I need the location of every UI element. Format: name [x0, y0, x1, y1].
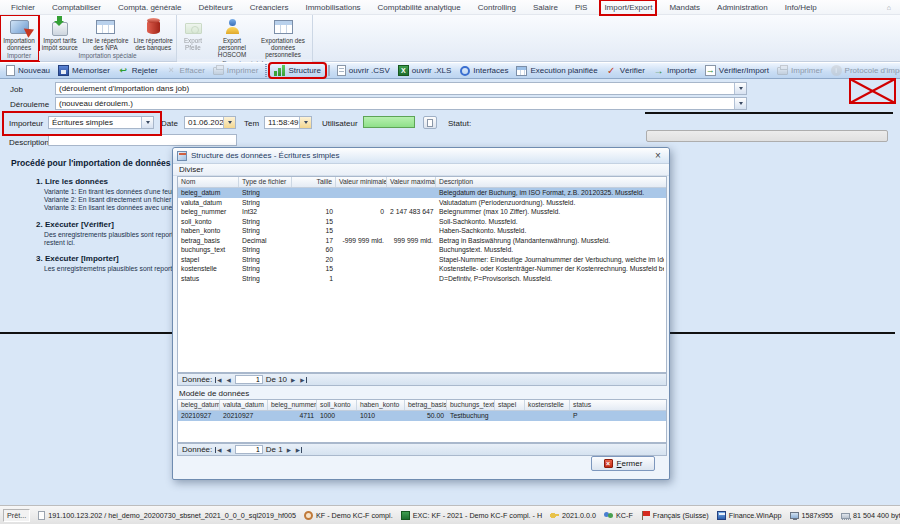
- column-header[interactable]: status: [570, 400, 597, 410]
- next-page-icon[interactable]: ▶: [286, 447, 292, 453]
- effacer-button[interactable]: ×Effacer: [162, 64, 209, 77]
- structure-button[interactable]: Structure: [270, 64, 324, 77]
- time-picker[interactable]: 11:58:49: [264, 116, 312, 129]
- menu-info-help[interactable]: Info/Help: [783, 2, 819, 13]
- menu-salaire[interactable]: Salaire: [531, 2, 560, 13]
- cell-valeur-maximale: 2 147 483 647: [387, 207, 436, 217]
- column-header[interactable]: Valeur maximale: [387, 177, 436, 187]
- import-tarifs-button[interactable]: Import tarifs impôt source: [39, 16, 81, 51]
- export-personnel-hoscom-button[interactable]: Export personnel HOSCOM: [209, 16, 255, 59]
- chevron-down-icon[interactable]: [299, 117, 311, 128]
- export-pfeile-button[interactable]: Export Pfeile: [177, 16, 209, 59]
- annotation-crossed-box: [849, 78, 896, 104]
- menu-import-export[interactable]: Import/Export: [602, 2, 654, 13]
- column-header[interactable]: Valeur minimale: [336, 177, 387, 187]
- execution-planifiee-button[interactable]: Execution planifiée: [512, 64, 601, 77]
- column-header[interactable]: betrag_basis: [405, 400, 447, 410]
- table-row[interactable]: 20210927 20210927 4711 1000 1010 50.00 T…: [178, 411, 666, 421]
- table-row[interactable]: valuta_datum String Valutadatum (Periode…: [178, 198, 666, 208]
- verifier-button[interactable]: ✓Vérifier: [602, 64, 649, 77]
- last-page-icon[interactable]: ▶: [295, 447, 302, 453]
- column-header[interactable]: beleg_nummer: [268, 400, 317, 410]
- table-row[interactable]: beleg_datum String Belegdatum der Buchun…: [178, 188, 666, 198]
- last-page-icon[interactable]: ▶: [299, 377, 306, 383]
- chevron-down-icon[interactable]: [734, 83, 746, 94]
- table-row[interactable]: kostenstelle String 15 Kostenstelle- ode…: [178, 264, 666, 274]
- column-header[interactable]: Nom: [178, 177, 239, 187]
- interfaces-button[interactable]: Interfaces: [455, 64, 512, 77]
- fermer-button[interactable]: × Fermer: [591, 456, 655, 471]
- dialog-title-bar[interactable]: Structure des données - Écritures simple…: [173, 148, 669, 164]
- table-row[interactable]: soll_konto String 15 Soll-Sachkonto. Mus…: [178, 217, 666, 227]
- menu-mandats[interactable]: Mandats: [667, 2, 702, 13]
- lire-repertoire-npa-button[interactable]: Lire le répertoire des NPA: [81, 16, 131, 51]
- model-label: Modèle de données: [179, 389, 249, 398]
- column-header[interactable]: soll_konto: [317, 400, 357, 410]
- menu-comptabilite-analytique[interactable]: Comptabilité analytique: [376, 2, 463, 13]
- importation-donnees-button[interactable]: Importation données: [0, 16, 38, 51]
- window-pin-icon[interactable]: ⌂: [887, 4, 891, 11]
- step2-line: restent ici.: [44, 239, 75, 246]
- deroulement-combobox[interactable]: (nouveau déroulem.): [55, 97, 747, 110]
- menu-compta-generale[interactable]: Compta. générale: [116, 2, 184, 13]
- menu-fichier[interactable]: Fichier: [9, 2, 37, 13]
- cell-haben-konto: 1010: [357, 411, 405, 421]
- chevron-down-icon[interactable]: [734, 98, 746, 109]
- menu-administration[interactable]: Administration: [715, 2, 770, 13]
- exportation-donnees-personnelles-button[interactable]: Exportation des données personnelles: [255, 16, 311, 59]
- page-input[interactable]: [235, 375, 263, 384]
- rejeter-button[interactable]: ↩Rejeter: [114, 64, 162, 77]
- first-page-icon[interactable]: ◀: [215, 447, 222, 453]
- first-page-icon[interactable]: ◀: [215, 377, 222, 383]
- ribbon-group-label-importation-speciale: Importation spéciale: [39, 51, 176, 61]
- ouvrir-xls-button[interactable]: Xouvrir .XLS: [394, 64, 456, 77]
- table-row[interactable]: beleg_nummer Int32 10 0 2 147 483 647 Be…: [178, 207, 666, 217]
- menu-debiteurs[interactable]: Débiteurs: [197, 2, 235, 13]
- column-header[interactable]: kostenstelle: [525, 400, 570, 410]
- prev-page-icon[interactable]: ◀: [225, 377, 231, 383]
- column-header[interactable]: beleg_datum: [178, 400, 220, 410]
- column-header[interactable]: valuta_datum: [220, 400, 268, 410]
- job-combobox[interactable]: (déroulement d'importation dans job): [55, 82, 747, 95]
- utilisateur-field[interactable]: [363, 116, 415, 128]
- nouveau-button[interactable]: Nouveau: [2, 64, 54, 77]
- user-lookup-button[interactable]: [423, 116, 437, 129]
- importer-button[interactable]: →Importer: [649, 64, 701, 77]
- cell-valeur-minimale: [336, 198, 387, 208]
- lire-repertoire-banques-button[interactable]: Lire répertoire des banques: [130, 16, 176, 51]
- date-picker[interactable]: 01.06.2021: [184, 116, 236, 129]
- menu-creanciers[interactable]: Créanciers: [248, 2, 291, 13]
- verifier-import-button[interactable]: →Vérifier/Import: [701, 64, 773, 77]
- table-row[interactable]: haben_konto String 15 Haben-Sachkonto. M…: [178, 226, 666, 236]
- table-icon: [274, 17, 293, 36]
- imprimer-button[interactable]: Imprimer: [209, 65, 263, 76]
- chevron-down-icon[interactable]: [223, 117, 235, 128]
- column-header[interactable]: haben_konto: [357, 400, 405, 410]
- toolbar-grip[interactable]: [265, 64, 267, 77]
- protocole-importation-button[interactable]: iProtocole d'importation: [827, 64, 900, 77]
- column-header[interactable]: Description: [436, 177, 664, 187]
- memoriser-button[interactable]: Mémoriser: [54, 64, 114, 77]
- menu-pis[interactable]: PiS: [573, 2, 589, 13]
- dialog-menu-diviser[interactable]: Diviser: [173, 164, 669, 176]
- column-header[interactable]: Type de fichier: [239, 177, 292, 187]
- table-row[interactable]: betrag_basis Decimal 17 -999 999 mld. 99…: [178, 236, 666, 246]
- menu-immobilisations[interactable]: Immobilisations: [303, 2, 362, 13]
- table-row[interactable]: buchungs_text String 60 Buchungstext. Mu…: [178, 245, 666, 255]
- column-header[interactable]: stapel: [495, 400, 525, 410]
- table-row[interactable]: stapel String 20 Stapel-Nummer: Eindeuti…: [178, 255, 666, 265]
- menu-comptabiliser[interactable]: Comptabiliser: [50, 2, 103, 13]
- ouvrir-csv-button[interactable]: ouvrir .CSV: [333, 64, 394, 77]
- prev-page-icon[interactable]: ◀: [225, 447, 231, 453]
- table-row[interactable]: status String 1 D=Defintiv, P=Provisoris…: [178, 274, 666, 284]
- cell-description: Haben-Sachkonto. Mussfeld.: [436, 226, 664, 236]
- fields-table: Nom Type de fichier Taille Valeur minima…: [177, 176, 667, 373]
- menu-controlling[interactable]: Controlling: [476, 2, 518, 13]
- column-header[interactable]: Taille: [292, 177, 336, 187]
- page-input[interactable]: [235, 445, 263, 454]
- imprimer2-button[interactable]: Imprimer: [773, 65, 827, 76]
- next-page-icon[interactable]: ▶: [290, 377, 296, 383]
- structure-option-swatch[interactable]: [328, 65, 330, 76]
- close-icon[interactable]: ×: [651, 150, 665, 162]
- column-header[interactable]: buchungs_text: [447, 400, 495, 410]
